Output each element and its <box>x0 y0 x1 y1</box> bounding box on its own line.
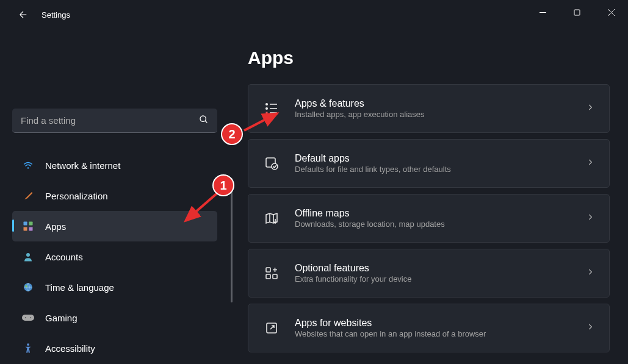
card-subtitle: Extra functionality for your device <box>295 274 586 284</box>
svg-point-13 <box>25 285 27 288</box>
svg-rect-8 <box>29 222 33 226</box>
svg-point-11 <box>26 253 30 257</box>
svg-rect-14 <box>22 315 34 321</box>
svg-rect-10 <box>29 227 33 231</box>
sidebar-item-accounts[interactable]: Accounts <box>12 241 217 272</box>
svg-point-4 <box>200 116 206 121</box>
sidebar: Network & internet Personalization Apps … <box>0 29 231 364</box>
app-title: Settings <box>42 10 70 20</box>
card-default-apps[interactable]: Default apps Defaults for file and link … <box>248 139 610 188</box>
card-body: Default apps Defaults for file and link … <box>295 153 586 174</box>
gamepad-icon <box>22 312 34 324</box>
sidebar-item-label: Time & language <box>45 282 114 293</box>
sidebar-item-label: Personalization <box>45 191 108 201</box>
card-title: Optional features <box>295 263 586 274</box>
back-button[interactable] <box>11 2 35 27</box>
sidebar-item-label: Apps <box>45 221 66 232</box>
card-apps-for-websites[interactable]: Apps for websites Websites that can open… <box>248 304 610 352</box>
sidebar-item-label: Accessibility <box>45 343 95 354</box>
svg-point-16 <box>30 317 31 318</box>
svg-rect-7 <box>24 222 27 226</box>
chevron-right-icon <box>586 323 594 334</box>
svg-rect-1 <box>574 10 580 15</box>
sidebar-item-accessibility[interactable]: Accessibility <box>12 333 217 363</box>
search-input[interactable] <box>21 115 199 126</box>
svg-rect-28 <box>266 268 270 272</box>
close-button[interactable] <box>594 0 628 24</box>
svg-rect-22 <box>266 112 268 114</box>
card-subtitle: Websites that can open in an app instead… <box>295 329 586 338</box>
sidebar-item-time[interactable]: Time & language <box>12 272 217 302</box>
sidebar-item-apps[interactable]: Apps <box>12 211 217 241</box>
card-title: Offline maps <box>295 208 586 219</box>
grid-plus-icon <box>263 265 280 282</box>
minimize-button[interactable] <box>525 0 560 24</box>
wifi-icon <box>22 159 34 171</box>
card-title: Apps & features <box>295 98 586 109</box>
search-box[interactable] <box>12 109 217 133</box>
arrow-left-icon <box>18 9 29 20</box>
sidebar-item-personalization[interactable]: Personalization <box>12 180 217 211</box>
sidebar-item-network[interactable]: Network & internet <box>12 150 217 180</box>
sidebar-item-label: Network & internet <box>45 160 120 171</box>
maximize-icon <box>574 9 580 16</box>
search-icon <box>199 115 209 127</box>
sidebar-item-label: Accounts <box>45 252 83 262</box>
map-icon <box>263 210 280 227</box>
card-subtitle: Downloads, storage location, map updates <box>295 219 586 229</box>
list-icon <box>263 100 280 117</box>
card-optional-features[interactable]: Optional features Extra functionality fo… <box>248 249 610 298</box>
sidebar-item-label: Gaming <box>45 313 78 323</box>
nav-list: Network & internet Personalization Apps … <box>12 150 217 363</box>
chevron-right-icon <box>586 158 594 169</box>
svg-rect-30 <box>273 274 277 279</box>
person-icon <box>22 251 34 263</box>
sidebar-scrollbar[interactable] <box>231 178 233 302</box>
sidebar-item-gaming[interactable]: Gaming <box>12 302 217 333</box>
card-body: Apps for websites Websites that can open… <box>295 318 586 338</box>
open-app-icon <box>263 319 280 337</box>
close-icon <box>608 9 615 16</box>
svg-point-18 <box>266 104 268 105</box>
accessibility-icon <box>22 342 34 354</box>
svg-point-15 <box>25 317 26 318</box>
card-apps-features[interactable]: Apps & features Installed apps, app exec… <box>248 84 610 133</box>
window-controls <box>525 0 628 24</box>
card-body: Optional features Extra functionality fo… <box>295 263 586 284</box>
svg-point-6 <box>27 167 29 168</box>
card-body: Apps & features Installed apps, app exec… <box>295 98 586 119</box>
minimize-icon <box>540 9 546 16</box>
chevron-right-icon <box>586 213 594 224</box>
page-title: Apps <box>248 48 610 68</box>
apps-icon <box>22 220 34 232</box>
maximize-button[interactable] <box>560 0 594 24</box>
brush-icon <box>22 190 34 202</box>
card-body: Offline maps Downloads, storage location… <box>295 208 586 229</box>
card-title: Default apps <box>295 153 586 164</box>
svg-point-20 <box>266 108 268 110</box>
content-pane: Apps Apps & features Installed apps, app… <box>231 29 628 364</box>
card-subtitle: Installed apps, app execution aliases <box>295 110 586 119</box>
svg-rect-29 <box>266 274 270 279</box>
card-offline-maps[interactable]: Offline maps Downloads, storage location… <box>248 194 610 243</box>
svg-rect-9 <box>24 227 27 231</box>
svg-point-17 <box>27 343 29 346</box>
svg-point-25 <box>272 163 278 170</box>
card-title: Apps for websites <box>295 318 586 329</box>
default-apps-icon <box>263 155 280 172</box>
card-subtitle: Defaults for file and link types, other … <box>295 165 586 174</box>
globe-icon <box>22 281 34 293</box>
chevron-right-icon <box>586 268 594 279</box>
chevron-right-icon <box>586 103 594 114</box>
svg-line-5 <box>205 121 207 123</box>
